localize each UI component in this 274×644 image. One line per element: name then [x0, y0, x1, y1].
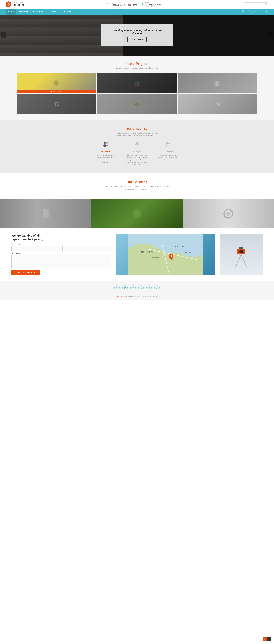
svg-point-7 [137, 143, 138, 144]
social-pinterest[interactable] [138, 285, 143, 290]
phone-icon [107, 3, 110, 6]
message-label: Your message [11, 252, 111, 254]
hero-prev-button[interactable]: ‹ [1, 32, 6, 38]
our-services-subtitle: Fusce suscipit varius mi. Cum sociis nat… [101, 185, 173, 191]
nav-social-instagram[interactable]: ○ [260, 10, 264, 13]
service-praesent: Praesent Lorem ipsum dolor sit amet, con… [94, 141, 117, 166]
strip-roller [183, 199, 274, 228]
message-textarea[interactable] [11, 255, 111, 268]
nav-home[interactable]: HOME [6, 8, 16, 14]
project-item[interactable]: 🛣 [178, 73, 257, 93]
company-name-group: Company Name [11, 244, 60, 251]
location-icon [141, 3, 144, 6]
logo-icon [6, 2, 11, 7]
social-rss[interactable] [154, 285, 159, 290]
svg-point-14 [226, 212, 231, 216]
nav-social-pinterest[interactable]: p [256, 10, 259, 13]
services-strip [0, 199, 274, 228]
location-info: Location: 6801 Marmora Road Glasgow, D04… [141, 2, 161, 7]
footer: g+ in ORION . Asphalt Paving Company © 2… [0, 281, 274, 300]
our-services-title: Our Services [17, 180, 257, 184]
hero-cta-button[interactable]: CLICK HERE [128, 37, 146, 42]
contact-form-area: We are capable of all types of asphalt p… [11, 234, 111, 275]
header-contact: Phone: +1 929 603 6031 (365-SUPPORT) Loc… [107, 2, 161, 7]
form-row-top: Company Name Email [11, 244, 111, 251]
nav-social: g+ t f p ○ in [242, 10, 268, 13]
svg-line-26 [241, 254, 247, 267]
svg-rect-11 [43, 210, 48, 218]
social-linkedin[interactable]: in [146, 285, 151, 290]
nav-social-gplus[interactable]: g+ [242, 10, 246, 13]
logo[interactable]: Asphalt paving ORION [6, 2, 24, 7]
project-item[interactable]: 🪖 Consectetuer [17, 73, 96, 93]
gears-icon [126, 141, 148, 149]
service-hendrerit: Hendrerit Phasellus porta. Fusce suscipi… [157, 141, 180, 166]
what-we-do-subtitle: Lorem ipsum dolor sit amet, consectetuer… [17, 132, 257, 136]
footer-copyright: ORION . Asphalt Paving Company © 2015 Pr… [0, 296, 274, 297]
users-icon [94, 141, 117, 149]
project-item[interactable]: 🏜 [178, 94, 257, 114]
svg-point-5 [106, 144, 108, 146]
nav-social-linkedin[interactable]: in [265, 10, 268, 13]
email-label: Email [62, 244, 111, 246]
search-box[interactable] [244, 2, 268, 6]
svg-text:BOROUGH PARK: BOROUGH PARK [141, 251, 153, 253]
latest-projects-title: Latest Projects [17, 62, 257, 66]
svg-text:FLATLANDS: FLATLANDS [175, 246, 183, 247]
latest-projects-subtitle: Lorem ipsum dolor sit amet, consectetuer… [17, 67, 257, 69]
nav-contacts[interactable]: CONTACTS [59, 8, 74, 14]
logo-text: Asphalt paving ORION [12, 2, 24, 7]
social-icons: g+ in [0, 285, 274, 290]
strip-road [0, 199, 91, 228]
contact-bg-image [220, 234, 263, 275]
email-input[interactable] [62, 246, 111, 251]
search-button[interactable] [265, 3, 267, 6]
svg-point-23 [170, 255, 172, 257]
company-name-label: Company Name [11, 244, 60, 246]
service-desc: Aenean nonummy hendrerit mauris. Phasell… [126, 154, 148, 166]
nav-products[interactable]: PRODUCTS [30, 8, 46, 14]
map-placeholder: FLATLANDS SHEPPERTON SANDY BEACH BOROUGH… [116, 234, 216, 275]
location-text: Location: 6801 Marmora Road Glasgow, D04… [144, 2, 161, 7]
service-desc: Lorem ipsum dolor sit amet, consectetuer… [94, 154, 117, 164]
send-button[interactable]: SEND A MESSAGE [11, 270, 40, 275]
service-name: Hendrerit [157, 150, 180, 153]
social-facebook[interactable] [131, 285, 136, 290]
project-item[interactable]: 🚧 [98, 94, 177, 114]
nav-social-twitter[interactable]: t [247, 10, 250, 13]
latest-projects-section: Latest Projects Lorem ipsum dolor sit am… [0, 56, 274, 120]
service-name: Praesent [94, 150, 117, 153]
projects-grid: 🪖 Consectetuer 🚜 🛣 🏗 🚧 🏜 [17, 73, 257, 114]
svg-rect-31 [239, 247, 243, 249]
project-label: Consectetuer [17, 90, 96, 93]
service-natoque: Natoque Aenean nonummy hendrerit mauris.… [126, 141, 148, 166]
project-item[interactable]: 🏗 [17, 94, 96, 114]
contact-heading: We are capable of all types of asphalt p… [11, 234, 111, 241]
message-group: Your message [11, 252, 111, 268]
svg-point-32 [156, 288, 156, 289]
service-name: Natoque [126, 150, 148, 153]
project-item[interactable]: 🚜 [98, 73, 177, 93]
hero-next-button[interactable]: › [268, 32, 273, 38]
social-gplus[interactable]: g+ [115, 285, 120, 290]
our-services-section: Our Services Fusce suscipit varius mi. C… [0, 173, 274, 195]
hero-tagline: Providing asphalt paving solution for an… [109, 29, 165, 35]
svg-point-2 [104, 142, 106, 144]
nav-clients[interactable]: CLIENTS [46, 8, 59, 14]
nav-social-facebook[interactable]: f [251, 10, 255, 13]
search-input[interactable] [245, 3, 265, 5]
brand-name: ORION [12, 3, 24, 7]
hero-section: ‹ Providing asphalt paving solution for … [0, 14, 274, 56]
site-header: Asphalt paving ORION Phone: +1 929 603 6… [0, 0, 274, 8]
social-twitter[interactable] [123, 285, 128, 290]
service-desc: Phasellus porta. Fusce suscipit varius m… [157, 154, 180, 161]
nav-services[interactable]: SERVICES [16, 8, 30, 14]
svg-text:SANDY BEACH: SANDY BEACH [150, 257, 160, 258]
contact-map: FLATLANDS SHEPPERTON SANDY BEACH BOROUGH… [116, 234, 216, 275]
svg-point-1 [8, 4, 9, 5]
company-name-input[interactable] [11, 246, 60, 251]
svg-point-30 [240, 250, 242, 253]
phone-text: Phone: +1 929 603 6031 (365-SUPPORT) [111, 2, 137, 6]
what-we-do-icons: Praesent Lorem ipsum dolor sit amet, con… [17, 141, 257, 166]
what-we-do-section: What We Do Lorem ipsum dolor sit amet, c… [0, 120, 274, 173]
